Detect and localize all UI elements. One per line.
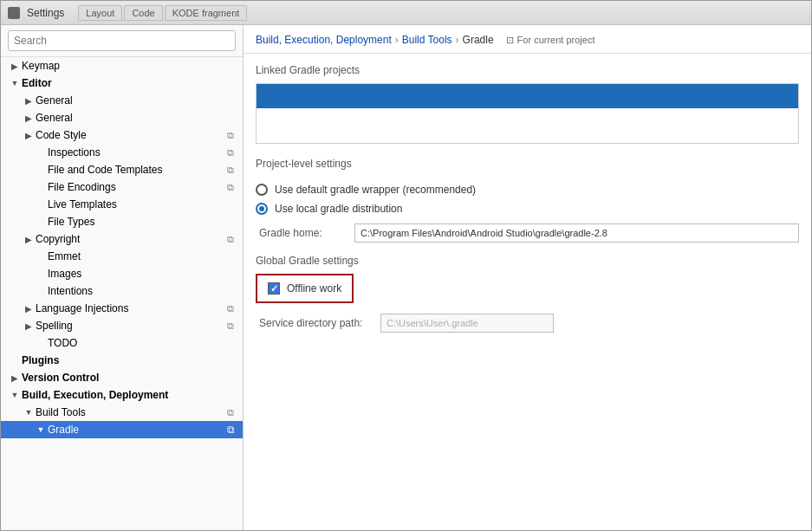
radio-option2-label: Use local gradle distribution <box>275 203 402 215</box>
titlebar-tab-1[interactable]: Layout <box>78 5 122 21</box>
titlebar: Settings Layout Code KODE fragment <box>1 1 811 25</box>
linked-projects-selected-row <box>257 84 798 108</box>
radio-option1-label: Use default gradle wrapper (recommended) <box>275 184 476 196</box>
titlebar-tab-2[interactable]: Code <box>124 5 162 21</box>
sidebar-item-keymap[interactable]: ▶ Keymap <box>1 57 243 74</box>
breadcrumb: Build, Execution, Deployment › Build Too… <box>256 34 799 46</box>
breadcrumb-build-tools: Build Tools <box>402 34 452 46</box>
sidebar-item-build-exec-deploy[interactable]: ▼ Build, Execution, Deployment <box>1 386 243 404</box>
sidebar-item-version-control[interactable]: ▶ Version Control <box>1 369 243 386</box>
search-box <box>1 25 243 57</box>
file-code-copy-icon <box>227 164 239 176</box>
code-style-arrow: ▶ <box>22 131 36 140</box>
sidebar-item-lang-injections[interactable]: ▶ Language Injections <box>1 300 243 317</box>
keymap-label: Keymap <box>22 60 243 72</box>
sidebar-item-spelling[interactable]: ▶ Spelling <box>1 317 243 334</box>
inspections-copy-icon <box>227 146 239 159</box>
project-level-title: Project-level settings <box>256 158 799 170</box>
sidebar-item-file-types[interactable]: ▶ File Types <box>1 213 243 230</box>
live-templates-label: Live Templates <box>48 198 243 210</box>
lang-injections-label: Language Injections <box>36 302 227 314</box>
breadcrumb-sep-2: › <box>456 34 459 46</box>
spelling-arrow: ▶ <box>22 321 36 331</box>
linked-projects-box[interactable] <box>256 83 799 144</box>
settings-window: Settings Layout Code KODE fragment ▶ Key… <box>0 0 812 531</box>
gradle-home-row: Gradle home: <box>256 223 799 243</box>
linked-projects-title: Linked Gradle projects <box>256 64 799 76</box>
sidebar-item-todo[interactable]: ▶ TODO <box>1 334 243 352</box>
build-tools-copy-icon <box>227 406 239 418</box>
breadcrumb-build: Build, Execution, Deployment <box>256 34 392 46</box>
bed-arrow: ▼ <box>8 391 22 399</box>
copyright-arrow: ▶ <box>22 235 36 244</box>
build-exec-deploy-label: Build, Execution, Deployment <box>22 389 243 401</box>
lang-inj-arrow: ▶ <box>22 304 36 314</box>
todo-label: TODO <box>48 337 243 349</box>
service-dir-row: Service directory path: <box>256 314 799 333</box>
sidebar-item-code-style[interactable]: ▶ Code Style <box>1 126 243 144</box>
gradle-label: Gradle <box>48 424 227 436</box>
sidebar-item-intentions[interactable]: ▶ Intentions <box>1 282 243 300</box>
sidebar-item-gradle[interactable]: ▼ Gradle ⧉ <box>1 421 243 438</box>
copyright-copy-icon <box>227 233 239 245</box>
lang-inj-copy-icon <box>227 302 239 314</box>
code-style-label: Code Style <box>36 129 227 141</box>
sidebar: ▶ Keymap ▼ Editor ▶ General ▶ General ▶ <box>1 25 244 530</box>
titlebar-tab-3[interactable]: KODE fragment <box>165 5 248 21</box>
sidebar-item-live-templates[interactable]: ▶ Live Templates <box>1 196 243 213</box>
gradle-arrow: ▼ <box>34 425 48 434</box>
general-arrow: ▶ <box>22 96 36 106</box>
main-content: ▶ Keymap ▼ Editor ▶ General ▶ General ▶ <box>1 25 811 530</box>
emmet-label: Emmet <box>48 250 243 262</box>
sidebar-item-plugins[interactable]: ▶ Plugins <box>1 352 243 369</box>
general-label: General <box>36 94 243 107</box>
global-gradle-section: Global Gradle settings Offline work <box>256 255 799 314</box>
service-dir-label: Service directory path: <box>259 317 372 329</box>
offline-work-checkbox[interactable] <box>268 282 280 295</box>
service-dir-input[interactable] <box>380 314 554 333</box>
colors-fonts-label: General <box>36 112 243 124</box>
panel-body: Linked Gradle projects Project-level set… <box>244 54 811 343</box>
app-icon <box>8 7 20 19</box>
copyright-label: Copyright <box>36 233 227 245</box>
sidebar-item-file-encodings[interactable]: ▶ File Encodings <box>1 178 243 196</box>
sidebar-item-editor[interactable]: ▼ Editor <box>1 74 243 92</box>
titlebar-tabs: Layout Code KODE fragment <box>78 5 247 21</box>
build-tools-arrow: ▼ <box>22 408 36 417</box>
sidebar-item-emmet[interactable]: ▶ Emmet <box>1 248 243 265</box>
sidebar-item-build-tools[interactable]: ▼ Build Tools <box>1 404 243 421</box>
sidebar-item-inspections[interactable]: ▶ Inspections <box>1 144 243 161</box>
offline-work-label: Offline work <box>287 282 341 295</box>
sidebar-item-general[interactable]: ▶ General <box>1 92 243 109</box>
radio-item-wrapper[interactable]: Use default gradle wrapper (recommended) <box>256 184 799 196</box>
main-panel: Build, Execution, Deployment › Build Too… <box>244 25 811 530</box>
gradle-home-input[interactable] <box>354 223 799 243</box>
radio-option1-circle[interactable] <box>256 184 268 196</box>
intentions-label: Intentions <box>48 285 243 297</box>
file-encodings-label: File Encodings <box>48 181 227 193</box>
file-types-label: File Types <box>48 216 243 228</box>
keymap-arrow: ▶ <box>8 62 22 71</box>
breadcrumb-gradle: Gradle <box>463 34 494 46</box>
file-code-templates-label: File and Code Templates <box>48 164 227 176</box>
version-control-label: Version Control <box>22 372 243 384</box>
vc-arrow: ▶ <box>8 373 22 383</box>
global-gradle-title: Global Gradle settings <box>256 255 799 267</box>
file-enc-copy-icon <box>227 181 239 193</box>
code-style-copy-icon <box>227 129 239 141</box>
images-label: Images <box>48 268 243 280</box>
sidebar-item-file-code-templates[interactable]: ▶ File and Code Templates <box>1 161 243 178</box>
breadcrumb-sep-1: › <box>395 34 399 46</box>
sidebar-item-copyright[interactable]: ▶ Copyright <box>1 230 243 248</box>
search-input[interactable] <box>8 30 236 51</box>
window-title: Settings <box>27 7 64 19</box>
radio-item-2-wrapper[interactable]: Use local gradle distribution <box>256 203 799 215</box>
plugins-label: Plugins <box>22 354 243 366</box>
radio-option2-circle[interactable] <box>256 203 268 215</box>
editor-label: Editor <box>22 77 243 89</box>
spelling-copy-icon <box>227 320 239 332</box>
sidebar-item-colors-fonts[interactable]: ▶ General <box>1 109 243 126</box>
offline-work-box[interactable]: Offline work <box>256 274 354 303</box>
spelling-label: Spelling <box>36 320 227 332</box>
sidebar-item-images[interactable]: ▶ Images <box>1 265 243 282</box>
